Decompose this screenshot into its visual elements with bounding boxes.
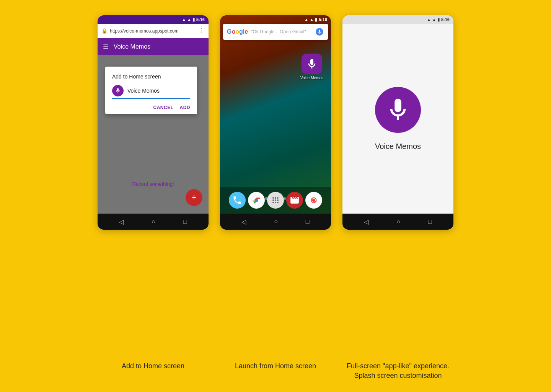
signal-icon: ▲	[310, 17, 314, 22]
phones-row: ▲ ▲ ▮ 5:16 🔒 https://voice-memos.appspot…	[98, 15, 453, 352]
recents-button[interactable]: □	[428, 218, 432, 225]
caption-row: Add to Home screen Launch from Home scre…	[23, 361, 528, 381]
phone1-content-area: Add to Home screen Voice Memos CANCEL AD…	[98, 55, 209, 214]
svg-point-4	[272, 197, 274, 199]
menu-icon[interactable]: ☰	[103, 43, 108, 51]
voice-memos-home-icon[interactable]: Voice Memos	[300, 54, 323, 80]
splash-app-name: Voice Memos	[375, 142, 421, 151]
phone1-status-icons: ▲ ▲ ▮	[182, 17, 195, 22]
dock-camera-icon[interactable]	[305, 192, 322, 209]
battery-icon: ▮	[315, 17, 317, 22]
phone1-frame: ▲ ▲ ▮ 5:16 🔒 https://voice-memos.appspot…	[98, 15, 209, 230]
caption-2: Launch from Home screen	[220, 361, 331, 381]
phone3-time: 5:16	[441, 17, 450, 22]
dock-video-icon[interactable]	[286, 192, 303, 209]
phone3-status-icons: ▲ ▲ ▮	[427, 17, 440, 22]
google-search-placeholder: "Ok Google... Open Gmail"	[251, 29, 312, 34]
phone2-nav-bar: ◁ ○ □	[220, 214, 331, 230]
phone2-frame: ▲ ▲ ▮ 5:16 Google "Ok Google... Open Gma…	[220, 15, 331, 230]
svg-point-12	[277, 202, 279, 203]
phone1-app-bar: ☰ Voice Memos	[98, 38, 209, 55]
svg-point-10	[272, 202, 274, 203]
phone3-wrapper: ▲ ▲ ▮ 5:16 Voice Memos ◁ ○	[342, 15, 453, 230]
svg-point-14	[312, 199, 316, 202]
cancel-button[interactable]: CANCEL	[153, 105, 174, 110]
phone1-wrapper: ▲ ▲ ▮ 5:16 🔒 https://voice-memos.appspot…	[98, 15, 209, 230]
dialog-title: Add to Home screen	[112, 74, 190, 80]
phone2-dock	[220, 187, 331, 214]
recents-button[interactable]: □	[306, 218, 310, 225]
splash-screen-content: Voice Memos	[342, 24, 453, 214]
phone1-app-title: Voice Memos	[114, 43, 150, 50]
add-to-home-dialog: Add to Home screen Voice Memos CANCEL AD…	[105, 67, 197, 114]
phone2-wrapper: ▲ ▲ ▮ 5:16 Google "Ok Google... Open Gma…	[220, 15, 331, 230]
signal-icon: ▲	[432, 17, 436, 22]
dock-apps-icon[interactable]	[267, 192, 284, 209]
phone2-time: 5:16	[319, 17, 327, 22]
dock-chrome-icon[interactable]	[248, 192, 265, 209]
wifi-icon: ▲	[182, 17, 186, 22]
dialog-mic-icon	[112, 85, 124, 96]
wifi-icon: ▲	[427, 17, 431, 22]
back-button[interactable]: ◁	[119, 218, 124, 225]
record-fab[interactable]: +	[186, 189, 202, 206]
phone2-status-bar: ▲ ▲ ▮ 5:16	[220, 15, 331, 24]
svg-point-3	[255, 199, 258, 202]
fab-plus-icon: +	[192, 193, 197, 203]
svg-point-5	[275, 197, 276, 199]
google-mic-icon[interactable]	[315, 27, 324, 36]
wallpaper	[220, 15, 331, 214]
recents-button[interactable]: □	[183, 218, 187, 225]
phone1-nav-bar: ◁ ○ □	[98, 214, 209, 230]
svg-point-7	[272, 199, 274, 201]
phone1-status-bar: ▲ ▲ ▮ 5:16	[98, 15, 209, 24]
back-button[interactable]: ◁	[241, 218, 246, 225]
phone3-status-bar: ▲ ▲ ▮ 5:16	[342, 15, 453, 24]
caption-3-text: Full-screen "app-like" experience.Splash…	[347, 362, 449, 379]
caption-1: Add to Home screen	[98, 361, 209, 381]
more-options-icon[interactable]: ⋮	[198, 27, 205, 34]
svg-point-9	[277, 199, 279, 201]
splash-mic-icon	[375, 87, 421, 133]
phone2-status-icons: ▲ ▲ ▮	[304, 17, 317, 22]
home-button[interactable]: ○	[152, 218, 155, 225]
phone3-frame: ▲ ▲ ▮ 5:16 Voice Memos ◁ ○	[342, 15, 453, 230]
voice-memos-icon-circle	[302, 54, 322, 74]
phone1-time: 5:16	[196, 17, 205, 22]
wifi-icon: ▲	[304, 17, 308, 22]
dock-phone-icon[interactable]	[229, 192, 246, 209]
svg-point-6	[277, 197, 279, 199]
caption-3: Full-screen "app-like" experience.Splash…	[342, 361, 453, 381]
back-button[interactable]: ◁	[364, 218, 368, 225]
add-button[interactable]: ADD	[180, 105, 191, 110]
home-button[interactable]: ○	[396, 218, 400, 225]
home-button[interactable]: ○	[274, 218, 278, 225]
phone3-nav-bar: ◁ ○ □	[342, 214, 453, 230]
dialog-input-value[interactable]: Voice Memos	[127, 88, 190, 94]
caption-1-text: Add to Home screen	[122, 362, 184, 370]
lock-icon: 🔒	[101, 28, 108, 34]
google-search-bar[interactable]: Google "Ok Google... Open Gmail"	[223, 24, 328, 40]
voice-memos-home-label: Voice Memos	[300, 76, 323, 80]
signal-icon: ▲	[187, 17, 191, 22]
svg-point-11	[275, 202, 276, 203]
dialog-buttons: CANCEL ADD	[112, 105, 190, 110]
phone1-url: https://voice-memos.appspot.com	[110, 28, 196, 34]
phone1-address-bar: 🔒 https://voice-memos.appspot.com ⋮	[98, 24, 209, 38]
dialog-input-row: Voice Memos	[112, 85, 190, 99]
google-logo: Google	[227, 28, 248, 35]
svg-point-8	[275, 199, 276, 201]
caption-2-text: Launch from Home screen	[235, 362, 316, 370]
battery-icon: ▮	[437, 17, 440, 22]
record-text: Record something!	[132, 181, 174, 187]
battery-icon: ▮	[192, 17, 195, 22]
